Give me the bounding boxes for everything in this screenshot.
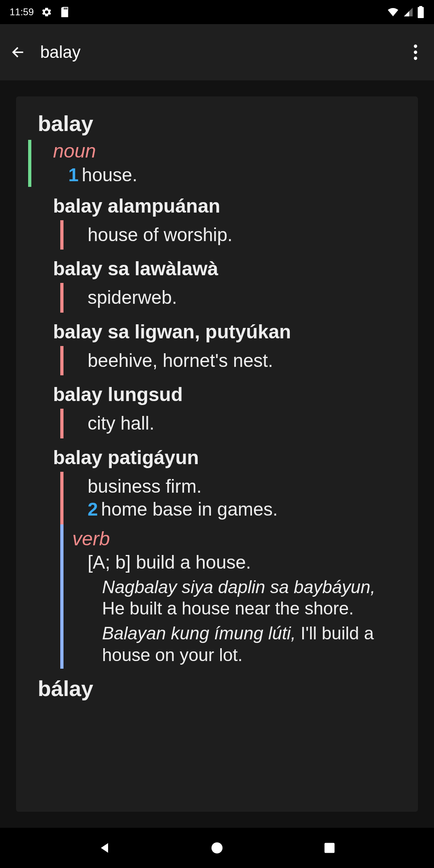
sub-block: house of worship. [60,220,406,250]
svg-point-3 [414,51,417,54]
def-number: 1 [68,164,79,185]
sub-headword: balay lungsud [28,383,406,405]
sub-block: spiderweb. [60,283,406,313]
svg-point-5 [211,842,223,854]
sd-icon [59,6,70,18]
grammar-pattern: [A; b] build a house. [71,551,406,573]
example-sentence: Balayan kung ímung lúti, I'll build a ho… [71,622,406,665]
sub-headword: balay sa lawàlawà [28,258,406,280]
nav-recent-button[interactable] [317,836,342,860]
wifi-icon [387,7,399,17]
pos-label-verb: verb [71,528,406,550]
svg-rect-1 [419,6,422,8]
sub-headword: balay patigáyun [28,446,406,469]
sub-block: business firm. 2home base in games. [60,472,406,524]
example-sentence: Nagbalay siya daplin sa baybáyun, He bui… [71,576,406,619]
example-gloss: He built a house near the shore. [102,598,354,618]
status-time: 11:59 [10,6,34,18]
dictionary-entry-card[interactable]: balay noun 1house. balay alampuánan hous… [16,96,418,812]
nav-back-button[interactable] [92,836,117,860]
sub-block: beehive, hornet's nest. [60,346,406,376]
status-bar: 11:59 [0,0,434,24]
def-text: home base in games. [101,499,278,520]
sub-definition: spiderweb. [71,286,406,309]
headword: balay [28,111,406,136]
example-source: Balayan kung ímung lúti, [102,623,296,643]
svg-point-4 [414,57,417,60]
def-number: 2 [88,499,98,520]
example-source: Nagbalay siya daplin sa baybáyun, [102,577,375,597]
back-button[interactable] [8,42,29,63]
svg-rect-0 [418,7,424,18]
battery-icon [417,6,424,18]
pos-label-noun: noun [51,140,406,162]
sub-block: city hall. [60,409,406,438]
noun-block: noun 1house. [28,140,406,187]
verb-block: verb [A; b] build a house. Nagbalay siya… [60,524,406,669]
nav-home-button[interactable] [205,836,229,860]
sub-definition: city hall. [71,412,406,435]
sub-definition: house of worship. [71,223,406,247]
sub-headword: balay alampuánan [28,195,406,217]
sub-headword: balay sa ligwan, putyúkan [28,321,406,343]
overflow-menu-button[interactable] [405,42,426,63]
app-title: balay [40,43,394,62]
nav-bar [0,828,434,868]
headword: bálay [28,676,406,701]
app-bar: balay [0,24,434,80]
sub-definition: beehive, hornet's nest. [71,349,406,373]
svg-rect-6 [325,843,335,853]
sub-definition: 2home base in games. [71,498,406,521]
definition: 1house. [51,164,406,187]
signal-icon [403,7,414,17]
gear-icon [41,6,52,18]
sub-definition: business firm. [71,475,406,498]
def-text: house. [82,164,137,185]
svg-point-2 [414,45,417,48]
